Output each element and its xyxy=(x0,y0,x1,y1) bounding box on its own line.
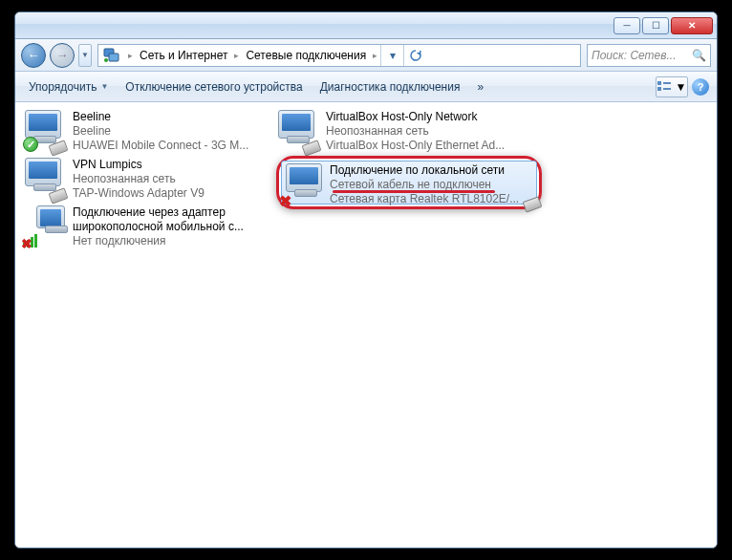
connection-device: TAP-Windows Adapter V9 xyxy=(73,186,270,201)
address-bar-buttons: ▾ xyxy=(380,45,426,66)
svg-rect-1 xyxy=(109,54,118,61)
search-placeholder: Поиск: Сетев... xyxy=(592,49,677,62)
connection-name: VPN Lumpics xyxy=(73,158,270,172)
connection-name: Подключение через адаптер широкополосной… xyxy=(73,205,270,234)
organize-button[interactable]: Упорядочить▼ xyxy=(23,76,114,97)
status-error-icon: ✖ xyxy=(19,236,34,251)
connection-item-selected[interactable]: ✖ Подключение по локальной сети Сетевой … xyxy=(281,161,537,205)
svg-rect-3 xyxy=(657,81,661,85)
connection-icon xyxy=(278,110,318,150)
toolbar-overflow[interactable]: » xyxy=(471,76,489,97)
chevron-down-icon: ▼ xyxy=(100,82,108,91)
disable-device-button[interactable]: Отключение сетевого устройства xyxy=(119,76,308,97)
connection-device: Нет подключения xyxy=(73,234,270,248)
breadcrumb-part2[interactable]: Сетевые подключения xyxy=(242,49,370,62)
search-icon: 🔍 xyxy=(692,49,706,62)
connection-icon: ✖ xyxy=(25,205,65,246)
help-button[interactable]: ? xyxy=(692,78,709,96)
svg-rect-5 xyxy=(663,82,671,84)
close-button[interactable]: ✕ xyxy=(671,17,713,34)
crumb-arrow-icon: ▸ xyxy=(125,51,136,60)
connection-device: HUAWEI Mobile Connect - 3G M... xyxy=(73,139,270,153)
connection-icon: ✖ xyxy=(286,163,322,192)
breadcrumb-part1[interactable]: Сеть и Интернет xyxy=(136,49,231,62)
content-area: ✓ Beeline Beeline HUAWEI Mobile Connect … xyxy=(15,102,717,548)
connection-item[interactable]: ✓ Beeline Beeline HUAWEI Mobile Connect … xyxy=(21,108,274,156)
highlight-annotation: ✖ Подключение по локальной сети Сетевой … xyxy=(276,156,542,209)
maximize-button[interactable]: ☐ xyxy=(642,17,669,34)
minimize-button[interactable]: ─ xyxy=(614,17,640,34)
address-dropdown-icon[interactable]: ▾ xyxy=(381,45,404,66)
connection-icon: ✓ xyxy=(25,110,65,150)
connection-item[interactable]: VirtualBox Host-Only Network Неопознанна… xyxy=(274,108,527,156)
connection-device: VirtualBox Host-Only Ethernet Ad... xyxy=(326,139,524,153)
explorer-window: ─ ☐ ✕ ← → ▼ ▸ Сеть и Интернет ▸ Сетевые … xyxy=(14,11,718,549)
toolbar: Упорядочить▼ Отключение сетевого устройс… xyxy=(15,72,717,102)
crumb-arrow-icon: ▸ xyxy=(231,51,242,60)
connection-status: Неопознанная сеть xyxy=(73,172,270,186)
forward-button[interactable]: → xyxy=(50,43,75,68)
svg-rect-6 xyxy=(663,88,671,90)
connection-item[interactable]: ✖ Подключение через адаптер широкополосн… xyxy=(21,204,274,257)
search-input[interactable]: Поиск: Сетев... 🔍 xyxy=(587,44,711,67)
network-panel-icon xyxy=(102,46,121,65)
navigation-bar: ← → ▼ ▸ Сеть и Интернет ▸ Сетевые подклю… xyxy=(15,39,717,72)
connection-status: Beeline xyxy=(73,124,270,139)
connection-status: Неопознанная сеть xyxy=(326,124,524,139)
connection-item[interactable]: VPN Lumpics Неопознанная сеть TAP-Window… xyxy=(21,156,274,204)
connection-name: Подключение по локальной сети xyxy=(330,163,532,178)
back-button[interactable]: ← xyxy=(21,43,46,68)
history-dropdown[interactable]: ▼ xyxy=(78,44,92,67)
address-bar[interactable]: ▸ Сеть и Интернет ▸ Сетевые подключения … xyxy=(97,44,581,67)
view-options-button[interactable]: ▼ xyxy=(656,76,688,97)
status-disconnected-icon: ✖ xyxy=(277,193,292,208)
connection-icon xyxy=(25,158,65,198)
status-ok-icon: ✓ xyxy=(23,137,38,152)
connection-name: Beeline xyxy=(73,110,270,124)
titlebar: ─ ☐ ✕ xyxy=(15,12,717,39)
svg-rect-4 xyxy=(657,87,661,91)
refresh-button[interactable] xyxy=(404,45,426,66)
diagnose-button[interactable]: Диагностика подключения xyxy=(314,76,466,97)
svg-point-2 xyxy=(104,58,108,62)
connection-device: Сетевая карта Realtek RTL8102E/... xyxy=(330,192,532,206)
crumb-arrow-icon: ▸ xyxy=(370,51,380,60)
chevron-down-icon: ▼ xyxy=(676,80,687,94)
connection-name: VirtualBox Host-Only Network xyxy=(326,110,524,124)
underline-annotation xyxy=(333,190,495,193)
